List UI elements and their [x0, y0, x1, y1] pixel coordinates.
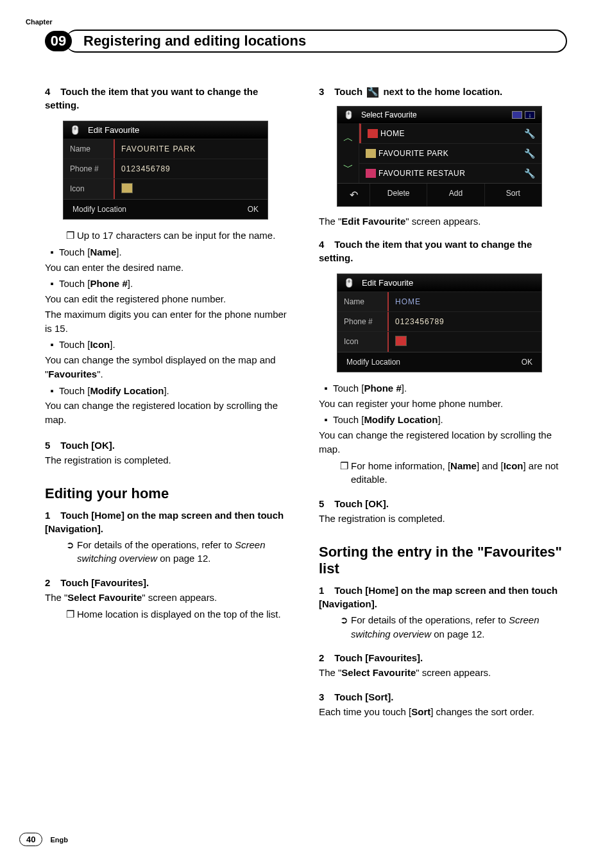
t: ] changes the sort order.: [430, 706, 534, 717]
step-number: 3: [319, 690, 332, 704]
body-icon: You can change the symbol displayed on t…: [45, 353, 293, 381]
chevron-up-icon[interactable]: ︿: [343, 132, 353, 145]
value-name[interactable]: HOME: [389, 292, 541, 311]
home-mini-icon: [395, 336, 407, 346]
ui-bottom-row: Modify Location OK: [337, 352, 541, 372]
step-number: 1: [319, 584, 332, 597]
fav-body: ︿ ﹀ HOME 🔧 FAVOURITE PARK 🔧 FAVOURITE RE…: [337, 123, 541, 183]
chapter-title-outline: Registering and editing locations: [65, 30, 567, 53]
t: Touch [: [59, 247, 90, 257]
wrench-icon[interactable]: 🔧: [524, 148, 535, 159]
chapter-label: Chapter: [26, 18, 53, 26]
fav-row-park[interactable]: FAVOURITE PARK 🔧: [359, 143, 541, 163]
value-phone[interactable]: 0123456789: [115, 159, 268, 178]
ui-bottom-row: Modify Location OK: [64, 199, 268, 219]
t: For home information, [: [351, 460, 450, 471]
edit-favourite-screenshot-2: 🖱️ Edit Favourite Name HOME Phone # 0123…: [337, 273, 542, 372]
bullet-text: Touch [Modify Location].: [333, 413, 567, 427]
step-text: Touch [Sort].: [334, 691, 393, 702]
down-arrow-icon[interactable]: ↓: [525, 111, 535, 119]
bullet-touch-icon: ▪ Touch [Icon].: [45, 338, 293, 352]
t: Icon: [504, 460, 523, 471]
eh-step-1: 1 Touch [Home] on the map screen and the…: [45, 508, 293, 535]
s2-step-3: 3 Touch [Sort].: [319, 690, 567, 704]
t: Select Favourite: [341, 667, 416, 678]
t: For details of the operations, refer to: [77, 539, 235, 550]
home-icon: [368, 129, 378, 138]
ui-row-name: Name HOME: [337, 291, 541, 311]
label-icon: Icon: [337, 332, 389, 352]
s2-refer: ➲ For details of the operations, refer t…: [337, 613, 567, 641]
step-text: Touch next to the home location.: [334, 86, 502, 97]
chevron-down-icon[interactable]: ﹀: [343, 161, 353, 175]
value-name[interactable]: FAVOURITE PARK: [115, 139, 268, 159]
left-column: 4 Touch the item that you want to change…: [45, 78, 293, 719]
modify-location-button[interactable]: Modify Location: [346, 358, 400, 367]
note-icon: ❐: [337, 459, 351, 487]
fav-bottom-bar: ↶ Delete Add Sort: [337, 183, 541, 206]
rbody-modify: You can change the registered location b…: [319, 428, 567, 456]
step-text: Touch [OK].: [60, 440, 115, 451]
eh-step2-body: The "Select Favourite" screen appears.: [45, 591, 293, 605]
fav-row-home[interactable]: HOME 🔧: [359, 123, 541, 143]
ok-button[interactable]: OK: [248, 205, 259, 214]
t: " screen appears.: [142, 592, 217, 603]
ui-title: Select Favourite: [361, 110, 417, 119]
eh-step-2: 2 Touch [Favourites].: [45, 576, 293, 589]
value-icon[interactable]: [389, 332, 541, 352]
t: on page 12.: [431, 629, 484, 639]
fav-row-restaurant[interactable]: FAVOURITE RESTAUR 🔧: [359, 163, 541, 183]
fav-rows: HOME 🔧 FAVOURITE PARK 🔧 FAVOURITE RESTAU…: [359, 123, 541, 183]
square-bullet-icon: ▪: [45, 277, 59, 291]
right-step-3: 3 Touch next to the home location.: [319, 85, 567, 98]
chapter-title: Registering and editing locations: [83, 33, 306, 49]
left-step-4: 4 Touch the item that you want to change…: [45, 85, 293, 112]
modify-location-button[interactable]: Modify Location: [72, 205, 126, 214]
body-phone-2: The maximum digits you can enter for the…: [45, 308, 293, 336]
step-number: 4: [319, 238, 332, 251]
pointer-icon: 🖱️: [344, 278, 354, 288]
ok-button[interactable]: OK: [522, 358, 532, 367]
step-text: Touch [OK].: [334, 498, 389, 509]
flag-icon[interactable]: [512, 111, 522, 119]
step-text: Touch [Favourites].: [334, 652, 423, 663]
value-icon[interactable]: [115, 179, 268, 199]
scroll-arrows: ︿ ﹀: [337, 123, 359, 183]
s2-step-2: 2 Touch [Favourites].: [319, 651, 567, 664]
label-phone: Phone #: [64, 159, 115, 178]
step-text: Touch the item that you want to change t…: [45, 86, 258, 110]
eh-refer: ➲ For details of the operations, refer t…: [63, 538, 293, 566]
note-icon: ❐: [63, 607, 77, 621]
left-step-5: 5 Touch [OK].: [45, 438, 293, 452]
delete-button[interactable]: Delete: [370, 184, 427, 206]
step-number: 5: [45, 438, 58, 452]
value-phone[interactable]: 0123456789: [389, 312, 541, 331]
rnote-not-editable: ❐ For home information, [Name] and [Icon…: [337, 459, 567, 487]
refer-text: For details of the operations, refer to …: [351, 613, 567, 641]
step-number: 3: [319, 85, 332, 98]
back-button[interactable]: ↶: [337, 184, 370, 206]
eh-note-home-top: ❐ Home location is displayed on the top …: [63, 607, 293, 621]
step-number: 5: [319, 497, 332, 510]
ui-title: Edit Favourite: [88, 125, 139, 135]
t: The ": [319, 667, 341, 678]
t: ].: [438, 414, 443, 425]
add-button[interactable]: Add: [427, 184, 484, 206]
t: Sort: [411, 706, 430, 717]
rbullet-touch-modify: ▪ Touch [Modify Location].: [319, 413, 567, 427]
body-name: You can enter the desired name.: [45, 261, 293, 275]
wrench-icon[interactable]: 🔧: [524, 168, 535, 178]
content-columns: 4 Touch the item that you want to change…: [45, 78, 567, 719]
t: ].: [164, 385, 169, 396]
wrench-icon[interactable]: 🔧: [524, 128, 535, 139]
t: Favourites: [484, 544, 555, 560]
note-characters: ❐ Up to 17 characters can be input for t…: [63, 229, 293, 243]
sort-button[interactable]: Sort: [484, 184, 541, 206]
t: Phone #: [90, 278, 127, 289]
t: The ": [319, 216, 341, 227]
wrench-icon: [367, 87, 378, 98]
ui-row-name: Name FAVOURITE PARK: [64, 139, 268, 159]
step5-body: The registration is completed.: [45, 453, 293, 467]
step-number: 2: [319, 651, 332, 664]
bullet-touch-phone: ▪ Touch [Phone #].: [45, 277, 293, 291]
